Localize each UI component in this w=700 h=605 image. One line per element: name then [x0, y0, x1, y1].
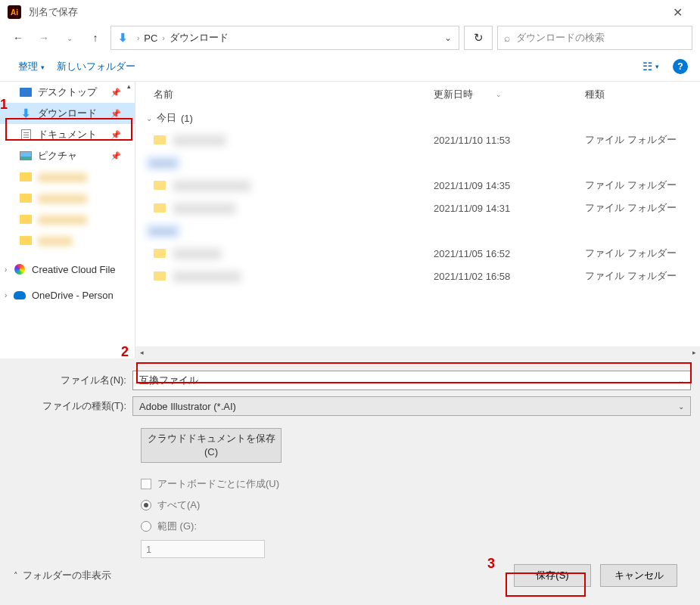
sidebar-item-downloads[interactable]: ⬇ ダウンロード 📌 [0, 103, 135, 124]
sidebar-item-onedrive[interactable]: › OneDrive - Person [0, 284, 135, 306]
sidebar-item-folder[interactable]: xxxxxxxxxx [0, 188, 135, 209]
filename-input[interactable]: 互換ファイル ⌄ [132, 371, 691, 390]
folder-icon [154, 181, 166, 190]
file-row[interactable]: xxxxxxxxxxxx 2021/11/09 14:31 ファイル フォルダー [135, 197, 700, 219]
pin-icon: 📌 [110, 109, 121, 119]
file-date: 2021/11/05 16:52 [434, 248, 585, 259]
sidebar-item-label: ピクチャ [38, 149, 77, 163]
up-button[interactable]: ↑ [85, 24, 106, 51]
breadcrumb-sep-icon: › [137, 34, 139, 42]
chevron-down-icon: ⌄ [146, 114, 152, 123]
document-icon [20, 129, 32, 141]
recent-dropdown[interactable]: ⌄ [59, 24, 80, 51]
save-cloud-button[interactable]: クラウドドキュメントを保存(C) [141, 428, 282, 463]
folder-icon [154, 271, 166, 281]
desktop-icon [20, 86, 32, 98]
file-row[interactable]: xxxxxxxxxxxxxxx 2021/11/09 14:35 ファイル フォ… [135, 174, 700, 197]
refresh-button[interactable]: ↻ [464, 26, 493, 50]
dropdown-icon[interactable]: ⌄ [678, 377, 684, 385]
annotation-1: 1 [0, 97, 8, 113]
sidebar-item-label: Creative Cloud File [32, 264, 116, 275]
picture-icon [20, 150, 32, 162]
sidebar: ▴ デスクトップ 📌 ⬇ ダウンロード 📌 ドキュメント 📌 ピクチャ 📌 [0, 82, 135, 358]
sidebar-item-label: ドキュメント [38, 128, 97, 141]
sidebar-item-label: OneDrive - Person [32, 290, 114, 301]
navbar: ← → ⌄ ↑ ⬇ › PC › ダウンロード ⌄ ↻ ⌕ ダウンロードの検索 [0, 24, 700, 51]
close-button[interactable]: ✕ [662, 5, 692, 20]
folder-icon [154, 135, 166, 144]
forward-button[interactable]: → [33, 24, 54, 51]
filename-value: 互換ファイル [139, 374, 198, 387]
group-today[interactable]: ⌄ 今日 (1) [135, 107, 700, 129]
folder-icon [154, 249, 166, 258]
app-icon: Ai [8, 5, 21, 19]
file-list: 名前 更新日時⌄ 種類 ⌄ 今日 (1) xxxxxxxxxx 2021/11/… [135, 82, 700, 358]
scroll-left-icon[interactable]: ◂ [135, 349, 148, 356]
file-row[interactable]: xxxxxxxxx 2021/11/05 16:52 ファイル フォルダー [135, 242, 700, 265]
range-input[interactable]: 1 [141, 540, 265, 558]
column-date[interactable]: 更新日時⌄ [434, 88, 585, 101]
sidebar-item-pictures[interactable]: ピクチャ 📌 [0, 145, 135, 166]
column-type[interactable]: 種類 [585, 88, 700, 101]
organize-button[interactable]: 整理▾ [12, 57, 51, 76]
range-radio[interactable]: 範囲 (G): [141, 516, 691, 537]
column-name[interactable]: 名前 [154, 88, 434, 101]
folder-icon [20, 234, 32, 247]
annotation-2: 2 [121, 344, 129, 360]
back-button[interactable]: ← [8, 24, 29, 51]
expand-icon[interactable]: › [5, 291, 7, 299]
all-radio[interactable]: すべて(A) [141, 495, 691, 516]
search-icon: ⌕ [504, 32, 510, 44]
save-button[interactable]: 保存(S) [514, 564, 591, 587]
cancel-button[interactable]: キャンセル [600, 564, 677, 587]
sort-indicator-icon: ⌄ [496, 91, 502, 98]
file-row[interactable]: xxxxxxxxxxxxx 2021/11/02 16:58 ファイル フォルダ… [135, 265, 700, 287]
expand-icon[interactable]: › [5, 265, 7, 274]
folder-icon [20, 213, 32, 225]
hide-folders-toggle[interactable]: ˄ フォルダーの非表示 [14, 569, 111, 582]
view-list-icon: ☷ [642, 60, 652, 73]
group-header[interactable]: xxxxx [135, 219, 700, 242]
pin-icon: 📌 [110, 130, 121, 140]
save-form: ファイル名(N): 互換ファイル ⌄ ファイルの種類(T): Adobe Ill… [0, 358, 700, 605]
column-headers: 名前 更新日時⌄ 種類 [135, 82, 700, 107]
download-folder-icon: ⬇ [116, 31, 129, 45]
sidebar-item-folder[interactable]: xxxxxxx [0, 230, 135, 251]
sidebar-item-desktop[interactable]: デスクトップ 📌 [0, 82, 135, 103]
breadcrumb-root[interactable]: PC [142, 33, 159, 44]
annotation-3: 3 [487, 556, 495, 572]
scroll-right-icon[interactable]: ▸ [688, 349, 700, 356]
view-options-button[interactable]: ☷ ▾ [642, 60, 659, 73]
window-title: 別名で保存 [29, 5, 662, 19]
sidebar-item-creative-cloud[interactable]: › Creative Cloud File [0, 259, 135, 280]
breadcrumb-sep-icon: › [162, 34, 164, 42]
filename-label: ファイル名(N): [0, 374, 132, 387]
sidebar-item-folder[interactable]: xxxxxxxxxx [0, 166, 135, 188]
folder-icon [154, 203, 166, 213]
folder-icon [20, 192, 32, 204]
artboard-checkbox[interactable]: アートボードごとに作成(U) [141, 473, 691, 495]
sidebar-item-folder[interactable]: xxxxxxxxxx [0, 209, 135, 230]
help-button[interactable]: ? [673, 59, 688, 74]
file-type: ファイル フォルダー [585, 178, 700, 192]
pin-icon: 📌 [110, 151, 121, 161]
new-folder-button[interactable]: 新しいフォルダー [51, 57, 142, 76]
checkbox-icon [141, 479, 151, 489]
sidebar-item-documents[interactable]: ドキュメント 📌 [0, 124, 135, 145]
search-input[interactable]: ⌕ ダウンロードの検索 [497, 26, 692, 50]
creative-cloud-icon [14, 263, 26, 275]
breadcrumb-path[interactable]: ダウンロード [168, 31, 230, 45]
breadcrumb-bar[interactable]: ⬇ › PC › ダウンロード ⌄ [110, 26, 459, 50]
file-type: ファイル フォルダー [585, 201, 700, 215]
filetype-select[interactable]: Adobe Illustrator (*.AI) ⌄ [132, 396, 691, 416]
group-header[interactable]: xxxxx [135, 151, 700, 174]
dropdown-icon[interactable]: ⌄ [678, 402, 684, 411]
file-type: ファイル フォルダー [585, 247, 700, 260]
download-icon: ⬇ [20, 107, 32, 119]
path-dropdown-icon[interactable]: ⌄ [437, 33, 459, 43]
folder-icon [20, 171, 32, 183]
file-row[interactable]: xxxxxxxxxx 2021/11/10 11:53 ファイル フォルダー [135, 129, 700, 151]
horizontal-scrollbar[interactable]: ◂ ▸ [135, 346, 700, 358]
file-type: ファイル フォルダー [585, 133, 700, 147]
filetype-label: ファイルの種類(T): [0, 399, 132, 413]
